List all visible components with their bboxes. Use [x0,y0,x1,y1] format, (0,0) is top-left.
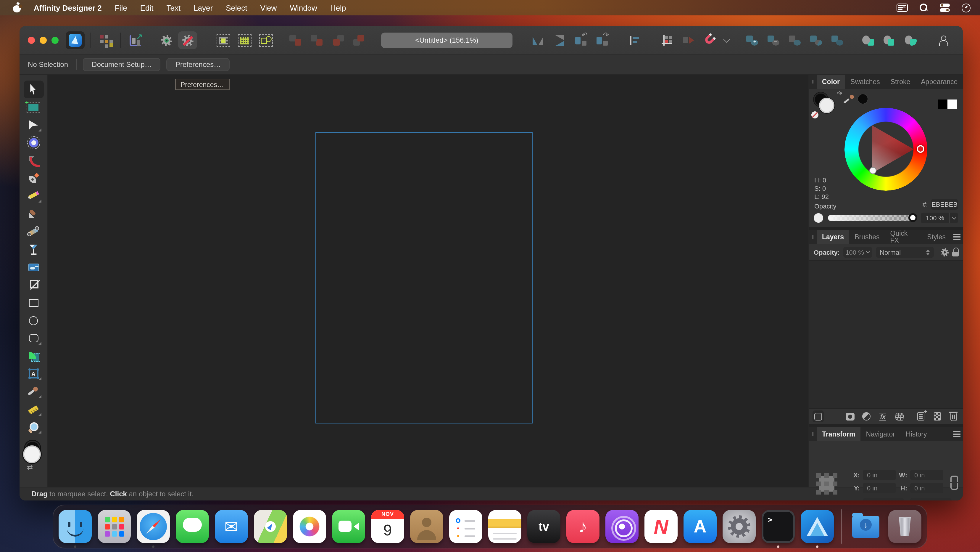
flip-horizontal-button[interactable] [528,31,547,49]
account-button[interactable] [934,31,953,49]
link-dimensions-icon[interactable] [950,475,956,490]
transparency-tool[interactable] [23,241,43,258]
opacity-slider[interactable] [828,215,916,221]
swap-colors-icon[interactable] [835,89,843,97]
picked-color-well[interactable] [858,94,868,104]
anchor-point-selector[interactable] [816,473,837,495]
tool-color-well[interactable] [22,441,45,464]
snapping-magnet-button[interactable] [700,31,719,49]
menu-item-window[interactable]: Window [290,3,317,12]
snapping-options-chevron[interactable] [721,31,732,49]
opacity-slider-knob[interactable] [908,213,917,222]
point-transform-tool[interactable] [23,134,43,152]
no-color-icon[interactable] [811,111,818,118]
edit-all-layers-button[interactable] [813,410,824,422]
dock-item-news[interactable] [644,510,678,543]
dock-item-podcasts[interactable] [605,510,638,543]
mask-layer-button[interactable] [845,410,856,422]
snap-subpixels-button[interactable] [235,31,254,49]
dock-item-launchpad[interactable] [98,510,131,543]
hue-selector[interactable] [917,145,924,153]
tab-transform[interactable]: Transform [817,427,861,441]
rectangle-tool[interactable] [23,294,43,311]
rounded-rectangle-tool[interactable] [23,329,43,347]
tab-brushes[interactable]: Brushes [849,230,885,244]
search-icon[interactable] [920,3,928,12]
dock-item-system-settings[interactable] [722,510,756,543]
dock-item-mail[interactable] [215,510,248,543]
layer-settings-gear-icon[interactable] [941,248,948,256]
panel-menu-icon[interactable] [951,230,963,244]
color-picker-icon[interactable] [845,95,854,104]
dock-item-appstore[interactable] [684,510,717,543]
opacity-value-input[interactable]: 100 % [921,213,949,223]
arrange-middle-button[interactable] [880,31,899,49]
tab-stroke[interactable]: Stroke [885,75,916,89]
rotation-field-input[interactable]: 0 ° [863,498,904,501]
dock-item-trash[interactable] [888,510,921,543]
dock-item-tv[interactable]: tv [527,510,560,543]
layer-effects-button[interactable]: fx [877,410,888,422]
h-field-input[interactable]: 0 in [910,483,943,493]
canvas-area[interactable]: Preferences… [48,75,808,487]
fill-tool[interactable] [23,223,43,241]
opacity-dropdown-chevron[interactable] [949,213,958,223]
live-filter-button[interactable] [894,410,905,422]
delete-layer-button[interactable] [948,410,959,422]
menu-item-layer[interactable]: Layer [194,3,213,12]
snap-pixels-button[interactable] [214,31,232,49]
boolean-add-button[interactable] [743,31,762,49]
dock-item-facetime[interactable] [332,510,365,543]
minimize-button[interactable] [40,37,47,44]
grid-button[interactable] [657,31,676,49]
dock-item-affinity-designer[interactable] [801,510,834,543]
order-front-button[interactable] [350,31,369,49]
arrange-front-button[interactable] [901,31,920,49]
clock-icon[interactable] [962,3,970,12]
y-field-input[interactable]: 0 in [863,483,896,493]
measure-tool[interactable] [23,400,43,418]
keyboard-viewer-icon[interactable] [897,3,908,12]
fill-stroke-selector[interactable] [814,93,838,117]
layers-list[interactable] [809,260,963,408]
pencil-tool[interactable] [23,187,43,205]
fill-color-well[interactable] [23,445,41,463]
adjustment-layer-button[interactable] [861,410,872,422]
add-pixel-layer-button[interactable] [932,410,943,422]
tab-layers[interactable]: Layers [817,230,849,244]
dock-item-calendar[interactable]: NOV9 [371,510,404,543]
order-backone-button[interactable] [307,31,326,49]
menu-item-help[interactable]: Help [330,3,346,12]
swap-colors-icon[interactable] [27,463,33,471]
rotate-cw-button[interactable] [592,31,611,49]
snap-geometry-button[interactable] [256,31,275,49]
x-field-input[interactable]: 0 in [863,470,896,480]
panel-drag-handle[interactable] [809,427,817,441]
document-setup-gear-button[interactable] [157,31,176,49]
tab-swatches[interactable]: Swatches [845,75,885,89]
black-white-swatches[interactable] [938,99,957,109]
document-page[interactable] [315,132,533,423]
blend-mode-select[interactable]: Normal [875,247,934,257]
dock-item-reminders[interactable] [449,510,482,543]
zoom-button[interactable] [51,37,59,44]
dock-item-music[interactable] [566,510,600,543]
export-persona-button[interactable] [126,31,145,49]
dock-item-photos[interactable] [293,510,326,543]
move-tool[interactable] [23,81,43,98]
document-title-dropdown[interactable]: <Untitled> (156.1%) [381,33,512,48]
shear-field-input[interactable]: 0 ° [910,498,951,501]
tab-quick-fx[interactable]: Quick FX [885,230,922,244]
ellipse-tool[interactable] [23,311,43,329]
order-back-button[interactable] [286,31,305,49]
dock-item-terminal[interactable]: >_ [762,510,795,543]
boolean-subtract-button[interactable] [764,31,783,49]
dock-item-maps[interactable] [254,510,287,543]
place-image-tool[interactable] [23,258,43,276]
preferences-gear-button[interactable] [178,31,197,49]
dock-item-contacts[interactable] [410,510,443,543]
dock-item-messages[interactable] [176,510,209,543]
close-button[interactable] [28,37,35,44]
menu-item-file[interactable]: File [115,3,127,12]
designer-persona-button[interactable] [66,31,84,49]
